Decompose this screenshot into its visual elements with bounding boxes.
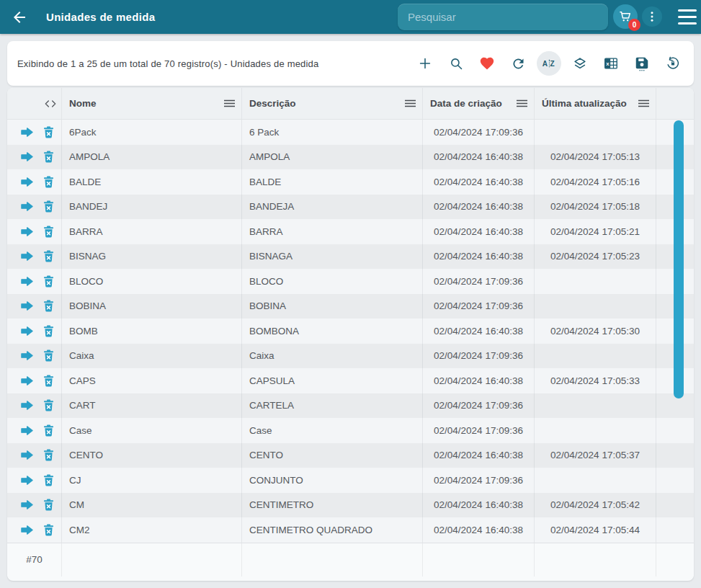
header-cell-name[interactable]: Nome (61, 88, 241, 119)
column-menu-icon[interactable] (404, 99, 416, 108)
cell-updated: 02/04/2024 17:05:21 (534, 219, 656, 244)
header-cell-description[interactable]: Descrição (241, 88, 422, 119)
vertical-scrollbar-thumb[interactable] (674, 120, 684, 398)
row-delete-button[interactable] (43, 449, 54, 461)
table-footer: #70 (7, 543, 694, 576)
cell-created: 02/04/2024 16:40:38 (422, 244, 534, 270)
search-filter-button[interactable] (444, 51, 468, 76)
row-delete-button[interactable] (43, 325, 54, 337)
cell-created: 02/04/2024 16:40:38 (422, 195, 534, 220)
cell-name: CAPS (61, 368, 241, 393)
table-row: BANDEJ BANDEJA 02/04/2024 16:40:38 02/04… (7, 195, 694, 220)
cell-description: CAPSULA (241, 368, 422, 393)
row-delete-button[interactable] (43, 126, 54, 138)
row-delete-button[interactable] (43, 499, 54, 511)
cell-name: CM (61, 493, 241, 518)
record-count: #70 (7, 543, 61, 576)
row-delete-button[interactable] (43, 151, 54, 163)
table-row: BARRA BARRA 02/04/2024 16:40:38 02/04/20… (7, 219, 694, 244)
table-row: CM CENTIMETRO 02/04/2024 16:40:38 02/04/… (7, 493, 694, 518)
layers-icon (572, 55, 588, 71)
restore-button[interactable] (661, 51, 685, 76)
trash-x-icon (43, 275, 54, 288)
arrow-right-icon (20, 300, 34, 312)
layers-button[interactable] (568, 51, 592, 76)
row-delete-button[interactable] (43, 250, 54, 262)
row-open-button[interactable] (20, 399, 34, 411)
row-delete-button[interactable] (43, 226, 54, 238)
cell-created: 02/04/2024 16:40:38 (422, 493, 534, 518)
row-delete-button[interactable] (43, 349, 54, 362)
header-cell-updated[interactable]: Última atualização (534, 88, 656, 119)
export-excel-button[interactable]: x (599, 51, 623, 76)
row-actions (7, 244, 61, 270)
row-actions (7, 195, 61, 220)
row-actions (7, 468, 61, 493)
row-delete-button[interactable] (43, 399, 54, 411)
row-open-button[interactable] (20, 226, 34, 238)
row-open-button[interactable] (20, 424, 34, 437)
column-menu-icon[interactable] (223, 99, 236, 108)
arrow-right-icon (20, 126, 34, 138)
cell-created: 02/04/2024 16:40:38 (422, 368, 534, 393)
row-open-button[interactable] (20, 151, 34, 163)
row-open-button[interactable] (20, 474, 34, 486)
row-open-button[interactable] (20, 524, 34, 536)
row-delete-button[interactable] (43, 474, 54, 486)
table-row: CART CARTELA 02/04/2024 17:09:36 (7, 393, 694, 419)
code-icon[interactable] (45, 99, 56, 109)
arrow-right-icon (20, 499, 34, 511)
cell-name: CENTO (61, 443, 241, 468)
arrow-right-icon (20, 151, 34, 163)
cell-updated: 02/04/2024 17:05:18 (534, 195, 656, 220)
cell-created: 02/04/2024 17:09:36 (422, 393, 534, 419)
trash-x-icon (43, 349, 54, 362)
row-open-button[interactable] (20, 176, 34, 188)
sort-alpha-button[interactable]: A Z (537, 51, 561, 76)
row-actions (7, 145, 61, 170)
cell-description: BANDEJA (241, 195, 422, 220)
row-open-button[interactable] (20, 300, 34, 312)
svg-text:Z: Z (550, 60, 554, 68)
table-row: 6Pack 6 Pack 02/04/2024 17:09:36 (7, 120, 694, 145)
column-menu-icon[interactable] (516, 99, 528, 108)
cell-updated: 02/04/2024 17:05:13 (534, 145, 656, 170)
more-options-button[interactable] (642, 6, 662, 27)
table-row: CAPS CAPSULA 02/04/2024 16:40:38 02/04/2… (7, 368, 694, 393)
row-delete-button[interactable] (43, 375, 54, 387)
row-open-button[interactable] (20, 325, 34, 337)
cell-updated (534, 269, 656, 294)
search-input[interactable] (398, 4, 608, 30)
row-open-button[interactable] (20, 375, 34, 387)
row-open-button[interactable] (20, 126, 34, 138)
row-delete-button[interactable] (43, 300, 54, 312)
header-cell-created[interactable]: Data de criação (422, 88, 534, 119)
trash-x-icon (43, 524, 54, 536)
row-delete-button[interactable] (43, 424, 54, 437)
cart-button[interactable]: 0 (613, 4, 638, 29)
cell-description: BOMBONA (241, 318, 422, 344)
trash-x-icon (43, 399, 54, 411)
row-open-button[interactable] (20, 499, 34, 511)
row-delete-button[interactable] (43, 176, 54, 188)
row-open-button[interactable] (20, 275, 34, 288)
row-open-button[interactable] (20, 449, 34, 461)
refresh-button[interactable] (506, 51, 530, 76)
add-button[interactable] (413, 51, 437, 76)
favorites-button[interactable] (475, 51, 499, 76)
main-menu-button[interactable] (678, 9, 697, 24)
row-delete-button[interactable] (43, 275, 54, 288)
arrow-right-icon (20, 349, 34, 362)
cell-updated (534, 393, 656, 419)
row-open-button[interactable] (20, 349, 34, 362)
header-cell-actions (7, 88, 61, 119)
back-button[interactable] (10, 8, 29, 27)
cell-description: CENTIMETRO (241, 493, 422, 518)
svg-text:x: x (606, 61, 610, 67)
row-open-button[interactable] (20, 200, 34, 213)
save-button[interactable] (630, 51, 654, 76)
row-open-button[interactable] (20, 250, 34, 262)
column-menu-icon[interactable] (638, 99, 650, 108)
row-delete-button[interactable] (43, 524, 54, 536)
row-delete-button[interactable] (43, 200, 54, 213)
